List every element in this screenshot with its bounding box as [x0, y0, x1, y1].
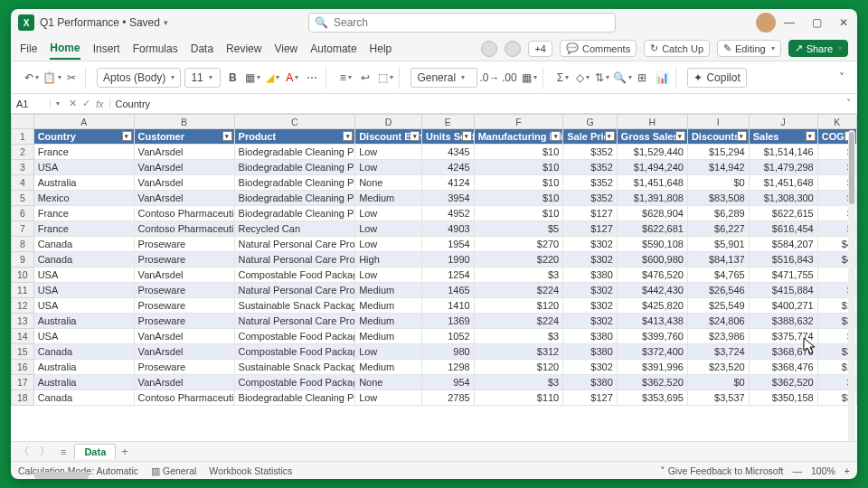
row-header-1[interactable]: 1 — [12, 129, 34, 145]
filter-icon[interactable]: ▾ — [806, 131, 816, 141]
cell[interactable]: Biodegradable Cleaning Products — [234, 145, 355, 160]
cell[interactable]: VanArsdel — [134, 175, 234, 191]
cell[interactable]: $516,843 — [749, 252, 817, 267]
cell[interactable]: $368,676 — [749, 344, 817, 360]
cell[interactable]: $352 — [563, 175, 618, 191]
cell[interactable]: Contoso Pharmaceuticals — [134, 390, 234, 406]
cell[interactable]: Natural Personal Care Products — [234, 314, 355, 329]
col-header-A[interactable]: A — [33, 115, 134, 129]
fx-icon[interactable]: fx — [96, 99, 104, 109]
workbook-stats-label[interactable]: Workbook Statistics — [209, 465, 292, 476]
cell[interactable]: VanArsdel — [134, 191, 234, 206]
table-header[interactable]: Sale Price▾ — [563, 129, 618, 145]
cell[interactable]: Canada — [33, 237, 134, 252]
cell[interactable]: $400,271 — [749, 298, 817, 314]
cell[interactable]: 1369 — [422, 314, 475, 329]
share-button[interactable]: ↗Share▾ — [788, 40, 848, 57]
menu-tab-insert[interactable]: Insert — [93, 39, 120, 59]
cell[interactable]: $1,514,146 — [749, 145, 817, 160]
cell[interactable]: $3 — [474, 267, 563, 283]
cell[interactable]: Proseware — [134, 360, 234, 375]
cell[interactable]: Recycled Can — [234, 221, 355, 237]
col-header-I[interactable]: I — [687, 115, 749, 129]
maximize-button[interactable]: ▢ — [810, 16, 823, 29]
cell[interactable]: VanArsdel — [134, 267, 234, 283]
cell[interactable]: Mexico — [33, 191, 134, 206]
cell[interactable]: 4903 — [422, 221, 475, 237]
cell[interactable]: Natural Personal Care Products — [234, 283, 355, 298]
row-header-6[interactable]: 6 — [12, 206, 34, 221]
cell[interactable]: $302 — [563, 314, 618, 329]
cell[interactable]: 1410 — [422, 298, 475, 314]
cell[interactable]: Medium — [355, 314, 422, 329]
cell[interactable]: $372,400 — [617, 344, 687, 360]
formula-expand-button[interactable]: ˅ — [841, 98, 857, 109]
close-button[interactable]: ✕ — [837, 16, 850, 29]
more-font-button[interactable]: ⋯ — [304, 70, 320, 86]
cell[interactable]: Low — [355, 267, 422, 283]
filter-icon[interactable]: ▾ — [675, 131, 685, 141]
cell[interactable]: $352 — [563, 145, 618, 160]
row-header-3[interactable]: 3 — [12, 160, 34, 175]
cell[interactable]: Canada — [33, 344, 134, 360]
cell[interactable]: $391,996 — [617, 360, 687, 375]
cell[interactable]: 4124 — [422, 175, 475, 191]
number-format-select[interactable]: General▾ — [410, 68, 477, 88]
feedback-link[interactable]: ˅ Give Feedback to Microsoft — [660, 465, 784, 476]
cell[interactable]: $616,454 — [749, 221, 817, 237]
presence-avatar[interactable] — [505, 41, 521, 57]
cell[interactable]: None — [355, 375, 422, 390]
cell[interactable]: $127 — [563, 390, 618, 406]
copilot-button[interactable]: ✦Copilot — [687, 68, 746, 88]
cell[interactable]: Low — [355, 237, 422, 252]
cell[interactable]: Low — [355, 160, 422, 175]
cell[interactable]: $23,986 — [687, 329, 749, 344]
table-header[interactable]: Units Sold▾ — [422, 129, 475, 145]
filter-icon[interactable]: ▾ — [462, 131, 472, 141]
cell[interactable]: $10 — [474, 191, 563, 206]
cell[interactable]: 980 — [422, 344, 475, 360]
cell[interactable]: 1052 — [422, 329, 475, 344]
undo-button[interactable]: ↶▾ — [24, 70, 40, 86]
cell[interactable]: None — [355, 175, 422, 191]
cell[interactable]: Low — [355, 145, 422, 160]
cell[interactable]: $1,391,808 — [617, 191, 687, 206]
cell[interactable]: $14,942 — [687, 160, 749, 175]
cell[interactable]: Biodegradable Cleaning Products — [234, 390, 355, 406]
menu-tab-formulas[interactable]: Formulas — [133, 39, 178, 59]
row-header-2[interactable]: 2 — [12, 145, 34, 160]
cell[interactable]: Low — [355, 344, 422, 360]
cell[interactable]: VanArsdel — [134, 329, 234, 344]
borders-button[interactable]: ▦▾ — [244, 70, 260, 86]
cell[interactable]: $3 — [474, 329, 563, 344]
cell[interactable]: $302 — [563, 298, 618, 314]
zoom-level[interactable]: 100% — [811, 465, 835, 476]
cell[interactable]: $6,227 — [687, 221, 749, 237]
cell[interactable]: VanArsdel — [134, 160, 234, 175]
cell[interactable]: Proseware — [134, 237, 234, 252]
cell[interactable]: $4,765 — [687, 267, 749, 283]
format-painter-button[interactable]: ✂ — [63, 70, 80, 86]
sheet-list-button[interactable]: ≡ — [58, 446, 69, 457]
cell[interactable]: $0 — [687, 375, 749, 390]
autosum-button[interactable]: Σ▾ — [554, 70, 571, 86]
cell[interactable]: France — [33, 221, 134, 237]
sort-filter-button[interactable]: ⇅▾ — [594, 70, 610, 86]
cell[interactable]: Biodegradable Cleaning Products — [234, 175, 355, 191]
cell[interactable]: $224 — [474, 283, 563, 298]
cell[interactable]: $476,520 — [617, 267, 687, 283]
cell[interactable]: $622,615 — [749, 206, 817, 221]
minimize-button[interactable]: ― — [783, 16, 796, 29]
cell[interactable]: Proseware — [134, 252, 234, 267]
font-family-select[interactable]: Aptos (Body)▾ — [97, 68, 181, 88]
filter-icon[interactable]: ▾ — [737, 131, 747, 141]
cell[interactable]: Medium — [355, 298, 422, 314]
cell[interactable]: Compostable Food Packaging — [234, 375, 355, 390]
cell[interactable]: $442,430 — [617, 283, 687, 298]
menu-tab-data[interactable]: Data — [191, 39, 213, 59]
col-header-K[interactable]: K — [817, 115, 856, 129]
analyze-button[interactable]: 📊 — [654, 70, 670, 86]
cell[interactable]: USA — [33, 298, 134, 314]
table-header[interactable]: Gross Sales▾ — [617, 129, 687, 145]
cell[interactable]: 4952 — [422, 206, 475, 221]
